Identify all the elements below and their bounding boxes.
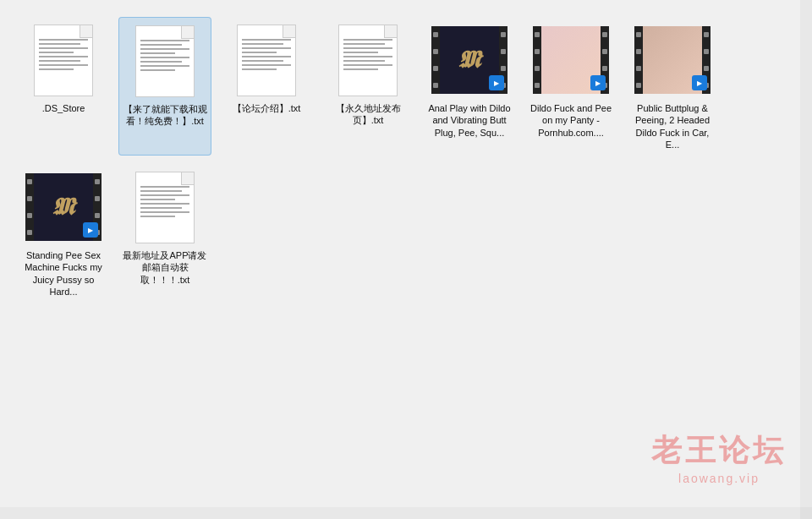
file-label-video-standing: Standing Pee Sex Machine Fucks my Juicy … [20, 249, 107, 298]
doc-line [140, 194, 189, 196]
horizontal-scrollbar[interactable] [0, 507, 800, 519]
film-hole [535, 66, 540, 71]
doc-line [242, 52, 277, 53]
film-hole [535, 49, 540, 54]
doc-icon [34, 25, 93, 96]
file-item-video-dildo[interactable]: Dildo Fuck and Pee on my Panty - Pornhub… [524, 17, 617, 156]
video-thumb-anal: 𝕸 [431, 26, 508, 94]
watermark-en: laowang.vip [651, 472, 787, 485]
file-label-ds-store: .DS_Store [42, 102, 85, 114]
film-hole [636, 83, 641, 88]
film-hole [433, 83, 438, 88]
film-hole [501, 66, 506, 71]
file-explorer: .DS_Store 【来了就能下载和观看 [0, 0, 812, 303]
doc-line [140, 207, 182, 209]
doc-line [140, 199, 175, 200]
vertical-scrollbar[interactable] [800, 0, 812, 507]
doc-line [39, 56, 88, 57]
file-icon-forum-intro [228, 22, 304, 98]
film-hole [95, 196, 100, 201]
doc-line [343, 60, 385, 62]
video-logo: 𝕸 [52, 194, 74, 221]
doc-icon [237, 25, 296, 96]
doc-line [343, 39, 392, 41]
doc-line [242, 43, 283, 45]
doc-line [242, 56, 291, 57]
file-item-permanent-link[interactable]: 【永久地址发布页】.txt [321, 17, 414, 156]
film-hole [636, 66, 641, 71]
film-hole [636, 49, 641, 54]
file-label-forum-download: 【来了就能下载和观看！纯免费！】.txt [123, 103, 207, 128]
doc-line [140, 52, 175, 54]
file-label-video-public: Public Buttplug & Peeing, 2 Headed Dildo… [629, 102, 716, 150]
file-icon-video-dildo [533, 22, 609, 98]
doc-icon [135, 25, 195, 97]
doc-line [343, 68, 378, 70]
doc-line [39, 64, 88, 66]
doc-line [39, 39, 88, 41]
file-label-video-anal: Anal Play with Dildo and Vibrating Butt … [426, 102, 513, 139]
film-hole [636, 32, 641, 37]
film-hole [27, 179, 32, 184]
doc-line [39, 43, 80, 45]
film-strip-left [431, 26, 440, 94]
film-hole [704, 66, 709, 71]
video-thumb-public [634, 26, 710, 94]
film-hole [433, 66, 438, 71]
doc-line [39, 47, 88, 49]
watermark-cn: 老王论坛 [651, 430, 787, 472]
film-strip-left [25, 173, 34, 241]
file-item-video-standing[interactable]: 𝕸 Standing Pee Sex Machine Fucks my Juic… [17, 164, 110, 303]
film-hole [95, 179, 100, 184]
doc-line [242, 47, 291, 49]
file-icon-ds-store [25, 22, 102, 98]
file-item-forum-download[interactable]: 【来了就能下载和观看！纯免费！】.txt [118, 17, 211, 156]
film-hole [27, 230, 32, 235]
doc-line [140, 65, 189, 67]
file-label-forum-intro: 【论坛介绍】.txt [233, 102, 301, 114]
doc-line [140, 69, 175, 71]
film-hole [27, 213, 32, 218]
doc-line [140, 211, 189, 213]
video-thumb-dildo [533, 26, 609, 94]
doc-line [39, 68, 74, 70]
file-icon-video-standing: 𝕸 [25, 169, 102, 245]
doc-line [242, 60, 283, 62]
file-icon-latest-address [127, 169, 203, 245]
film-strip-left [634, 26, 643, 94]
file-item-forum-intro[interactable]: 【论坛介绍】.txt [220, 17, 313, 156]
file-icon-forum-download [127, 23, 203, 99]
file-label-permanent-link: 【永久地址发布页】.txt [325, 102, 411, 127]
film-hole [704, 32, 709, 37]
film-hole [501, 32, 506, 37]
doc-line [343, 64, 392, 66]
file-icon-video-anal: 𝕸 [431, 22, 508, 98]
file-label-latest-address: 最新地址及APP请发邮箱自动获取！！！.txt [122, 249, 208, 286]
doc-line [140, 48, 189, 50]
film-hole [602, 32, 607, 37]
watermark: 老王论坛 laowang.vip [651, 430, 787, 485]
film-hole [535, 83, 540, 88]
film-hole [602, 49, 607, 54]
film-hole [433, 49, 438, 54]
doc-line [242, 64, 291, 66]
file-icon-video-public [634, 22, 710, 98]
file-item-ds-store[interactable]: .DS_Store [17, 17, 110, 156]
doc-line [242, 39, 291, 41]
film-hole [433, 32, 438, 37]
film-hole [704, 49, 709, 54]
file-label-video-dildo: Dildo Fuck and Pee on my Panty - Pornhub… [528, 102, 614, 139]
doc-line [140, 216, 175, 217]
file-item-video-anal[interactable]: 𝕸 Anal Play with Dildo and Vibrating But… [423, 17, 516, 156]
file-item-latest-address[interactable]: 最新地址及APP请发邮箱自动获取！！！.txt [118, 164, 211, 303]
video-play-badge [83, 222, 98, 238]
scroll-corner [800, 507, 812, 519]
doc-line [343, 43, 385, 45]
video-thumb-standing: 𝕸 [25, 173, 102, 241]
doc-line [39, 60, 80, 62]
film-hole [27, 196, 32, 201]
doc-line [140, 203, 189, 205]
file-item-video-public[interactable]: Public Buttplug & Peeing, 2 Headed Dildo… [626, 17, 719, 156]
doc-line [140, 57, 189, 58]
film-strip-left [533, 26, 541, 94]
